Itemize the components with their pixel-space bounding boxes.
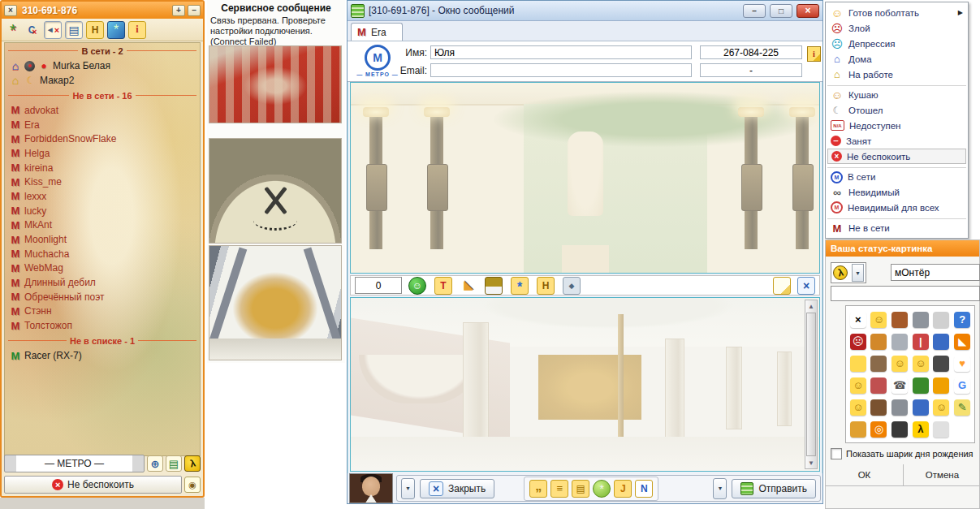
- contact-row[interactable]: Kiss_me: [5, 175, 200, 189]
- status-picture-name-input[interactable]: [891, 264, 980, 281]
- status-picture-option[interactable]: G: [954, 377, 970, 394]
- editor-tool-icon[interactable]: [485, 277, 503, 295]
- user-info-icon[interactable]: i: [807, 46, 821, 62]
- editor-right-icon[interactable]: [773, 277, 791, 295]
- toolbar-icon[interactable]: [65, 21, 83, 39]
- status-picture-option[interactable]: ☺: [891, 356, 908, 372]
- editor-right-icon[interactable]: [797, 277, 815, 295]
- status-picture-option[interactable]: [933, 421, 949, 438]
- contact-row[interactable]: Helga: [5, 146, 200, 161]
- contact-row[interactable]: advokat: [5, 103, 200, 118]
- email-input[interactable]: [430, 63, 692, 77]
- message-tool-icon[interactable]: [550, 480, 568, 498]
- status-picture-option[interactable]: [850, 421, 866, 438]
- status-menu-item[interactable]: Депрессия: [827, 36, 966, 51]
- status-picture-option[interactable]: ?: [954, 312, 970, 328]
- close-icon[interactable]: ×: [4, 5, 17, 16]
- status-picture-option[interactable]: [913, 377, 929, 394]
- toolbar-icon[interactable]: [107, 21, 125, 39]
- editor-tool-icon[interactable]: [460, 277, 477, 293]
- status-menu-item[interactable]: На работе: [827, 67, 966, 82]
- notes-icon[interactable]: [166, 455, 182, 472]
- minimize-icon[interactable]: –: [743, 4, 766, 18]
- editor-tool-icon[interactable]: [511, 277, 529, 295]
- birthday-checkbox[interactable]: [831, 448, 842, 459]
- worker-status-icon[interactable]: [184, 455, 201, 472]
- contact-row[interactable]: Racer (RX-7): [5, 348, 200, 363]
- status-picture-option[interactable]: |: [913, 334, 929, 350]
- status-menu-item[interactable]: Кушаю: [827, 85, 966, 102]
- vertical-scrollbar[interactable]: ▲ ▼: [805, 300, 818, 469]
- status-picture-option[interactable]: ×: [850, 312, 866, 328]
- search-add-contact-icon[interactable]: [147, 455, 163, 472]
- status-picture-option[interactable]: ✎: [954, 399, 970, 416]
- status-picture-option[interactable]: [933, 377, 949, 394]
- status-menu-item[interactable]: Недоступен: [827, 118, 966, 133]
- toolbar-icon[interactable]: [24, 22, 41, 38]
- contact-row[interactable]: kireina: [5, 161, 200, 175]
- status-picture-option[interactable]: [891, 399, 908, 416]
- status-menu-item[interactable]: Готов поболтать: [827, 5, 966, 20]
- status-picture-option[interactable]: [870, 356, 887, 372]
- toolbar-icon[interactable]: [44, 21, 62, 39]
- editor-tool-icon[interactable]: [537, 277, 555, 295]
- status-menu-item[interactable]: Не беспокоить: [827, 149, 966, 164]
- contact-row[interactable]: Толстожоп: [5, 318, 200, 333]
- ok-button[interactable]: ОК: [826, 464, 904, 485]
- message-tool-icon[interactable]: [593, 480, 611, 498]
- message-window-titlebar[interactable]: [310-691-876] - Окно сообщений – □ ×: [348, 1, 822, 21]
- editor-tool-icon[interactable]: [563, 277, 581, 295]
- pin-icon[interactable]: +: [172, 5, 185, 16]
- contact-row[interactable]: MkAnt: [5, 218, 200, 233]
- status-picture-option[interactable]: [913, 312, 929, 328]
- eye-icon[interactable]: [184, 477, 201, 493]
- status-picture-combo[interactable]: ▼: [831, 262, 866, 283]
- status-picture-option[interactable]: ◎: [870, 421, 887, 438]
- email-extra-field[interactable]: [700, 63, 802, 77]
- status-picture-option[interactable]: [870, 399, 887, 416]
- status-menu-item[interactable]: Отошел: [827, 102, 966, 118]
- status-menu-item[interactable]: Занят: [827, 133, 966, 149]
- editor-tool-icon[interactable]: [434, 277, 452, 295]
- contact-row[interactable]: Макар2: [5, 73, 200, 88]
- toolbar-icon[interactable]: [128, 21, 146, 39]
- contact-row[interactable]: Обречённый поэт: [5, 290, 200, 304]
- scroll-down-icon[interactable]: ▼: [805, 457, 817, 468]
- dnd-status-button[interactable]: Не беспокоить: [4, 476, 182, 494]
- status-menu-item[interactable]: В сети: [827, 167, 966, 184]
- status-picture-option[interactable]: ☺: [850, 377, 866, 394]
- status-picture-option[interactable]: ☎: [891, 377, 908, 394]
- status-picture-option[interactable]: ☹: [850, 334, 866, 350]
- status-menu-item[interactable]: Не в сети: [827, 218, 966, 235]
- group-header-notinlist[interactable]: Не в списке - 1: [8, 334, 196, 347]
- contact-row[interactable]: ForbiddenSnowFlake: [5, 132, 200, 146]
- contact-row[interactable]: Moonlight: [5, 232, 200, 247]
- status-picture-option[interactable]: ☺: [933, 399, 949, 416]
- uin-field[interactable]: [700, 45, 802, 59]
- status-picture-option[interactable]: [870, 334, 887, 350]
- status-picture-option[interactable]: [933, 312, 949, 328]
- message-tool-icon[interactable]: [572, 480, 589, 498]
- message-tool-icon[interactable]: [529, 480, 547, 498]
- status-picture-option[interactable]: [891, 421, 908, 438]
- status-picture-option[interactable]: ◣: [954, 334, 970, 350]
- group-header-offline[interactable]: Не в сети - 16: [8, 89, 196, 101]
- contact-row[interactable]: lexxx: [5, 189, 200, 204]
- status-picture-option[interactable]: [891, 334, 908, 350]
- message-input-pane[interactable]: ▲ ▼: [350, 297, 820, 472]
- status-menu-item[interactable]: Невидимый: [827, 184, 966, 200]
- close-options-dropdown[interactable]: ▼: [401, 478, 415, 499]
- restore-icon[interactable]: □: [770, 4, 792, 18]
- status-picture-option[interactable]: [850, 356, 866, 372]
- send-options-dropdown[interactable]: ▼: [713, 478, 727, 499]
- contact-row[interactable]: Стэнн: [5, 304, 200, 319]
- status-picture-option[interactable]: [933, 334, 949, 350]
- contact-row[interactable]: Era: [5, 118, 200, 132]
- contact-row[interactable]: Длинный дебил: [5, 275, 200, 290]
- message-tool-icon[interactable]: [614, 480, 632, 498]
- status-picture-option[interactable]: [891, 312, 908, 328]
- cancel-button[interactable]: Отмена: [904, 464, 980, 485]
- message-tool-icon[interactable]: [635, 480, 653, 498]
- status-menu-item[interactable]: Невидимый для всех: [827, 200, 966, 215]
- status-picture-option[interactable]: ♥: [954, 356, 970, 372]
